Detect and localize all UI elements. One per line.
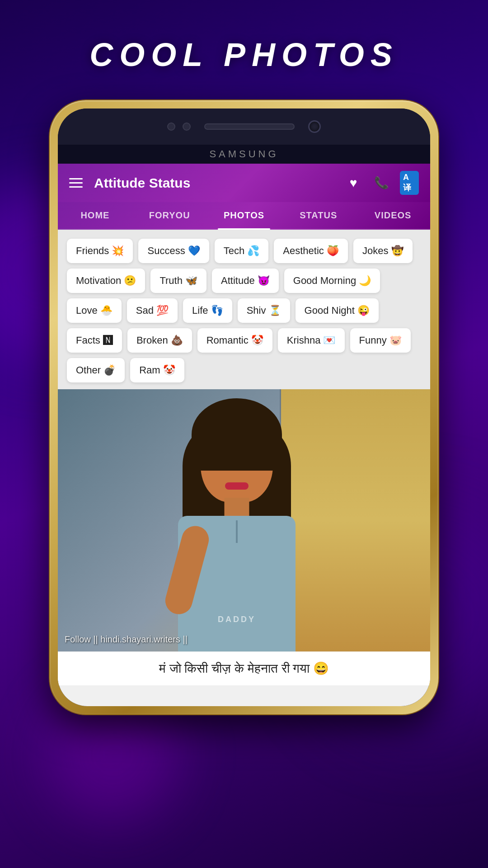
front-camera-dot bbox=[167, 123, 175, 131]
nav-tabs: HOME FORYOU PHOTOS STATUS VIDEOS bbox=[58, 202, 430, 230]
tab-foryou[interactable]: FORYOU bbox=[132, 202, 207, 229]
category-romantic[interactable]: Romantic 🤡 bbox=[197, 328, 272, 353]
camera-area bbox=[167, 123, 191, 131]
category-success[interactable]: Success 💙 bbox=[138, 239, 209, 263]
header-left: Attitude Status bbox=[69, 175, 190, 191]
photo-background: DADDY Follow || hindi.shayari.writers || bbox=[58, 389, 430, 651]
category-attitude[interactable]: Attitude 😈 bbox=[212, 269, 279, 293]
category-sad[interactable]: Sad 💯 bbox=[127, 298, 178, 323]
sensor-dot bbox=[183, 123, 191, 131]
tab-home[interactable]: HOME bbox=[58, 202, 132, 229]
category-facts[interactable]: Facts 🅽 bbox=[67, 328, 122, 353]
tab-videos[interactable]: VIDEOS bbox=[356, 202, 430, 229]
heart-icon: ♥ bbox=[350, 176, 357, 190]
category-grid: Friends 💥 Success 💙 Tech 💦 Aesthetic 🍑 J… bbox=[67, 239, 421, 382]
hindi-caption: मं जो किसी चीज़ के मेहनात री गया 😄 bbox=[58, 651, 430, 685]
phone-icon: 📞 bbox=[374, 176, 389, 190]
category-other[interactable]: Other 💣 bbox=[67, 358, 125, 382]
categories-section: Friends 💥 Success 💙 Tech 💦 Aesthetic 🍑 J… bbox=[58, 230, 430, 389]
phone-inner-frame: SAMSUNG Attitude Status ♥ bbox=[58, 108, 430, 706]
strap bbox=[236, 520, 238, 543]
shirt-text: DADDY bbox=[218, 615, 256, 624]
category-krishna[interactable]: Krishna 💌 bbox=[278, 328, 345, 353]
app-title: Attitude Status bbox=[94, 175, 190, 191]
category-shiv[interactable]: Shiv ⏳ bbox=[238, 298, 290, 323]
category-broken[interactable]: Broken 💩 bbox=[127, 328, 192, 353]
app-screen: Attitude Status ♥ 📞 A译 bbox=[58, 164, 430, 706]
phone-outer-frame: SAMSUNG Attitude Status ♥ bbox=[50, 100, 438, 714]
tab-status[interactable]: STATUS bbox=[281, 202, 356, 229]
tab-photos[interactable]: PHOTOS bbox=[207, 202, 282, 229]
header-icons: ♥ 📞 A译 bbox=[344, 174, 419, 193]
speaker-grill bbox=[204, 123, 295, 130]
translate-icon: A译 bbox=[400, 171, 419, 195]
app-header: Attitude Status ♥ 📞 A译 bbox=[58, 164, 430, 202]
hair-top bbox=[192, 398, 282, 471]
whatsapp-button[interactable]: 📞 bbox=[372, 174, 391, 193]
phone-mockup: SAMSUNG Attitude Status ♥ bbox=[50, 100, 438, 714]
photo-section: DADDY Follow || hindi.shayari.writers ||… bbox=[58, 389, 430, 685]
category-motivation[interactable]: Motivation 😕 bbox=[67, 269, 145, 293]
category-friends[interactable]: Friends 💥 bbox=[67, 239, 133, 263]
page-title: COOL PHOTOS bbox=[89, 36, 398, 73]
phone-hardware-top bbox=[58, 108, 430, 145]
category-funny[interactable]: Funny 🐷 bbox=[350, 328, 411, 353]
category-aesthetic[interactable]: Aesthetic 🍑 bbox=[274, 239, 348, 263]
menu-icon[interactable] bbox=[69, 178, 83, 188]
favorites-button[interactable]: ♥ bbox=[344, 174, 363, 193]
category-jokes[interactable]: Jokes 🤠 bbox=[353, 239, 413, 263]
photo-watermark: Follow || hindi.shayari.writers || bbox=[65, 634, 188, 645]
category-ram[interactable]: Ram 🤡 bbox=[130, 358, 184, 382]
category-good-morning[interactable]: Good Morning 🌙 bbox=[284, 269, 380, 293]
category-truth[interactable]: Truth 🦋 bbox=[150, 269, 206, 293]
person-photo[interactable]: DADDY Follow || hindi.shayari.writers || bbox=[58, 389, 430, 651]
translate-button[interactable]: A译 bbox=[400, 174, 419, 193]
category-good-night[interactable]: Good Night 😜 bbox=[296, 298, 379, 323]
category-love[interactable]: Love 🐣 bbox=[67, 298, 122, 323]
samsung-brand: SAMSUNG bbox=[58, 145, 430, 164]
lips bbox=[225, 482, 249, 490]
category-life[interactable]: Life 👣 bbox=[183, 298, 232, 323]
category-tech[interactable]: Tech 💦 bbox=[215, 239, 269, 263]
front-camera-main bbox=[308, 120, 321, 133]
